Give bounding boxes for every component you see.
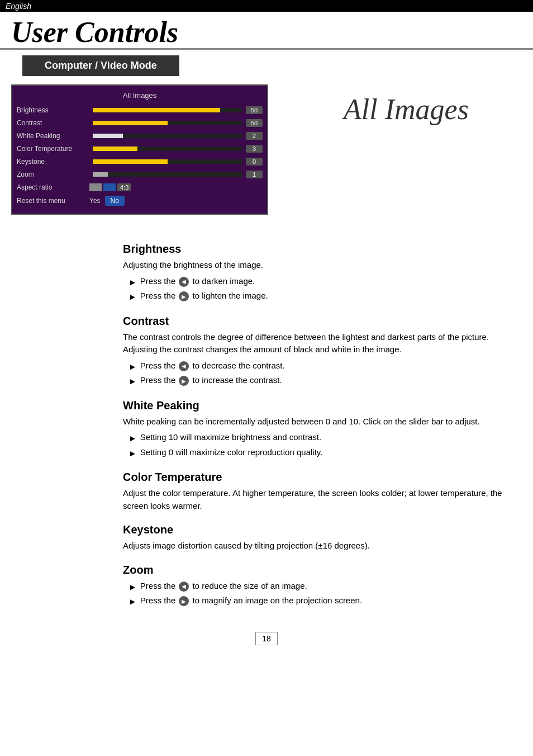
- brightness-fill: [93, 108, 220, 112]
- brightness-text: Adjusting the brightness of the image.: [123, 259, 522, 272]
- white-peaking-row: White Peaking 2: [12, 130, 267, 142]
- white-peaking-heading: White Peaking: [123, 399, 522, 412]
- reset-row: Reset this menu Yes No: [12, 193, 267, 208]
- arrow-icon-4: ►: [129, 375, 137, 388]
- left-nav-icon: ◀: [179, 277, 189, 287]
- menu-box: All Images Brightness 50 Contrast 50 Whi…: [11, 84, 268, 215]
- color-temp-slider[interactable]: [93, 147, 242, 151]
- main-layout: All Images Brightness 50 Contrast 50 Whi…: [0, 82, 533, 226]
- language-label: English: [6, 2, 31, 11]
- title-section: User Controls: [0, 12, 533, 50]
- keystone-row: Keystone 0: [12, 155, 267, 168]
- contrast-row: Contrast 50: [12, 117, 267, 129]
- left-nav-icon-2: ◀: [179, 361, 189, 371]
- arrow-icon-8: ►: [129, 596, 137, 608]
- white-peaking-label: White Peaking: [17, 132, 89, 140]
- reset-yes[interactable]: Yes: [89, 197, 101, 205]
- arrow-icon-5: ►: [129, 432, 137, 445]
- keystone-label: Keystone: [17, 158, 89, 166]
- color-temp-label: Color Temperature: [17, 145, 89, 153]
- header-bar: English: [0, 0, 533, 12]
- brightness-value: 50: [246, 106, 263, 114]
- zoom-fill: [93, 172, 108, 177]
- arrow-icon-6: ►: [129, 447, 137, 460]
- aspect-btn-right[interactable]: [103, 183, 116, 191]
- contrast-text: The contrast controls the degree of diff…: [123, 331, 522, 356]
- reset-label: Reset this menu: [17, 197, 89, 205]
- arrow-icon-2: ►: [129, 291, 137, 304]
- color-temp-value: 3: [246, 145, 263, 153]
- zoom-label: Zoom: [17, 171, 89, 178]
- zoom-bullet-2: ► Press the ▶ to magnify an image on the…: [129, 594, 522, 608]
- mode-bar: Computer / Video Mode: [22, 55, 179, 76]
- zoom-slider[interactable]: [93, 172, 242, 177]
- arrow-icon-3: ►: [129, 361, 137, 374]
- contrast-value: 50: [246, 119, 263, 127]
- contrast-fill: [93, 121, 168, 125]
- menu-title: All Images: [12, 91, 267, 100]
- white-peaking-slider[interactable]: [93, 134, 242, 138]
- brightness-bullet-1: ► Press the ◀ to darken image.: [129, 275, 522, 289]
- contrast-heading: Contrast: [123, 315, 522, 328]
- zoom-value: 1: [246, 171, 263, 178]
- reset-no[interactable]: No: [105, 196, 125, 206]
- page-title: User Controls: [11, 16, 522, 48]
- contrast-bullet-1: ► Press the ◀ to decrease the contrast.: [129, 360, 522, 374]
- contrast-bullet-2: ► Press the ▶ to increase the contrast.: [129, 374, 522, 388]
- color-temp-fill: [93, 147, 137, 151]
- brightness-slider[interactable]: [93, 108, 242, 112]
- keystone-value: 0: [246, 158, 263, 166]
- contrast-label: Contrast: [17, 119, 89, 127]
- aspect-ratio-row: Aspect ratio 4:3: [12, 181, 267, 193]
- brightness-bullet-2: ► Press the ▶ to lighten the image.: [129, 290, 522, 304]
- contrast-slider[interactable]: [93, 121, 242, 125]
- aspect-ratio-label: Aspect ratio: [17, 183, 89, 191]
- aspect-ratio-value: 4:3: [117, 183, 131, 191]
- color-temp-text: Adjust the color temperature. At higher …: [123, 487, 522, 512]
- right-panel: All Images: [279, 82, 533, 215]
- arrow-icon-7: ►: [129, 581, 137, 594]
- brightness-heading: Brightness: [123, 243, 522, 256]
- keystone-fill: [93, 159, 168, 164]
- all-images-title: All Images: [291, 93, 522, 126]
- white-peaking-text: White peaking can be incrementally adjus…: [123, 415, 522, 428]
- right-nav-icon: ▶: [179, 291, 189, 301]
- white-peaking-bullet-2: ► Setting 0 will maximize color reproduc…: [129, 446, 522, 460]
- white-peaking-value: 2: [246, 132, 263, 140]
- keystone-heading: Keystone: [123, 523, 522, 536]
- right-nav-icon-3: ▶: [179, 596, 189, 606]
- color-temp-heading: Color Temperature: [123, 471, 522, 484]
- brightness-row: Brightness 50: [12, 104, 267, 116]
- page-number: 18: [255, 632, 278, 645]
- arrow-icon-1: ►: [129, 276, 137, 289]
- keystone-text: Adjusts image distortion caused by tilti…: [123, 540, 522, 552]
- right-nav-icon-2: ▶: [179, 376, 189, 386]
- aspect-btn-left[interactable]: [89, 183, 102, 191]
- color-temp-row: Color Temperature 3: [12, 143, 267, 155]
- content-area: Brightness Adjusting the brightness of t…: [0, 226, 533, 621]
- keystone-slider[interactable]: [93, 159, 242, 164]
- left-nav-icon-3: ◀: [179, 582, 189, 592]
- left-panel: All Images Brightness 50 Contrast 50 Whi…: [0, 82, 279, 215]
- zoom-heading: Zoom: [123, 564, 522, 577]
- brightness-label: Brightness: [17, 106, 89, 114]
- white-peaking-fill: [93, 134, 123, 138]
- white-peaking-bullet-1: ► Setting 10 will maximize brightness an…: [129, 431, 522, 445]
- zoom-row: Zoom 1: [12, 168, 267, 181]
- zoom-bullet-1: ► Press the ◀ to reduce the size of an i…: [129, 580, 522, 594]
